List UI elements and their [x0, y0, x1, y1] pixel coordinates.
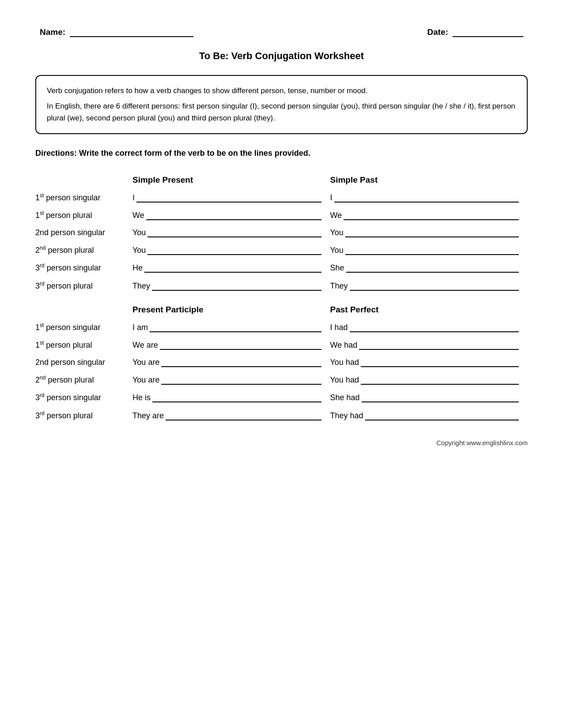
fill-cell: You — [330, 245, 528, 255]
section1-col2-header: Simple Past — [330, 173, 528, 188]
fill-line[interactable] — [350, 281, 519, 291]
directions: Directions: Write the correct form of th… — [35, 147, 528, 159]
table-row: 2nd person singular You You — [35, 227, 528, 238]
section1-empty-col — [35, 173, 132, 188]
fill-cell: You — [132, 228, 330, 237]
table-row: 1st person plural We are We had — [35, 339, 528, 351]
fill-cell: They — [132, 281, 330, 291]
directions-end: on the lines provided. — [226, 149, 310, 158]
person-label: 3rd person singular — [35, 392, 132, 403]
table-row: 3rd person plural They are They had — [35, 410, 528, 421]
fill-cell: We — [330, 210, 528, 220]
table-row: 3rd person plural They They — [35, 280, 528, 292]
fill-line[interactable] — [361, 357, 519, 367]
name-input-line[interactable] — [70, 26, 193, 37]
date-input-line[interactable] — [453, 26, 523, 37]
fill-cell: We — [132, 210, 330, 220]
fill-cell: We had — [330, 340, 528, 350]
fill-line[interactable] — [344, 210, 519, 220]
person-label: 2nd person plural — [35, 244, 132, 256]
fill-cell: You are — [132, 375, 330, 385]
fill-line[interactable] — [150, 323, 321, 332]
fill-line[interactable] — [365, 411, 519, 420]
fill-cell: You — [330, 228, 528, 237]
fill-cell: We are — [132, 340, 330, 350]
table-row: 2nd person plural You You — [35, 244, 528, 256]
page-title: To Be: Verb Conjugation Worksheet — [35, 50, 528, 62]
name-field: Name: — [40, 26, 193, 37]
person-label: 3rd person singular — [35, 262, 132, 274]
fill-cell: You are — [132, 357, 330, 367]
table-row: 3rd person singular He She — [35, 262, 528, 274]
fill-line[interactable] — [345, 245, 519, 255]
info-box: Verb conjugation refers to how a verb ch… — [35, 75, 528, 134]
section2-empty-col — [35, 302, 132, 317]
fill-line[interactable] — [147, 245, 321, 255]
fill-line[interactable] — [359, 340, 519, 350]
table-row: 1st person singular I am I had — [35, 322, 528, 333]
person-label: 3rd person plural — [35, 280, 132, 292]
fill-line[interactable] — [144, 263, 321, 273]
fill-cell: You — [132, 245, 330, 255]
fill-line[interactable] — [362, 393, 519, 402]
fill-cell: She — [330, 263, 528, 273]
table-row: 3rd person singular He is She had — [35, 392, 528, 403]
fill-cell: I — [132, 193, 330, 203]
fill-cell: I — [330, 193, 528, 203]
section2-col2-header: Past Perfect — [330, 302, 528, 317]
fill-cell: I am — [132, 323, 330, 332]
info-line1: Verb conjugation refers to how a verb ch… — [47, 85, 516, 97]
fill-line[interactable] — [160, 340, 321, 350]
table-row: 1st person plural We We — [35, 210, 528, 221]
fill-line[interactable] — [166, 411, 321, 420]
person-label: 1st person singular — [35, 322, 132, 333]
person-label: 1st person plural — [35, 210, 132, 221]
fill-line[interactable] — [350, 323, 519, 332]
person-label: 1st person plural — [35, 339, 132, 351]
person-label: 2nd person singular — [35, 227, 132, 238]
table-row: 1st person singular I I — [35, 192, 528, 203]
section1-col1-header: Simple Present — [132, 173, 330, 188]
fill-line[interactable] — [346, 263, 519, 273]
date-label: Date: — [427, 27, 448, 37]
fill-cell: He is — [132, 393, 330, 402]
table-row: 2nd person plural You are You had — [35, 374, 528, 386]
fill-line[interactable] — [161, 357, 321, 367]
fill-line[interactable] — [345, 228, 519, 237]
fill-cell: She had — [330, 393, 528, 402]
section2-headers: Present Participle Past Perfect — [35, 302, 528, 317]
fill-line[interactable] — [146, 210, 321, 220]
fill-cell: You had — [330, 357, 528, 367]
fill-cell: I had — [330, 323, 528, 332]
copyright: Copyright www.englishlinx.com — [35, 439, 528, 447]
table-row: 2nd person singular You are You had — [35, 357, 528, 368]
fill-cell: They — [330, 281, 528, 291]
section2-table: Present Participle Past Perfect 1st pers… — [35, 302, 528, 421]
person-label: 1st person singular — [35, 192, 132, 203]
fill-line[interactable] — [152, 393, 321, 402]
header: Name: Date: — [35, 26, 528, 37]
fill-line[interactable] — [161, 375, 321, 385]
fill-cell: He — [132, 263, 330, 273]
person-label: 2nd person plural — [35, 374, 132, 386]
name-label: Name: — [40, 27, 65, 37]
fill-cell: They had — [330, 411, 528, 420]
person-label: 3rd person plural — [35, 410, 132, 421]
fill-line[interactable] — [147, 228, 321, 237]
fill-line[interactable] — [152, 281, 321, 291]
section1-table: Simple Present Simple Past 1st person si… — [35, 173, 528, 292]
section1-headers: Simple Present Simple Past — [35, 173, 528, 188]
directions-text: Directions: Write the correct form of th… — [35, 149, 207, 158]
person-label: 2nd person singular — [35, 357, 132, 368]
date-field: Date: — [427, 26, 523, 37]
directions-bold: to be — [207, 149, 226, 158]
fill-cell: They are — [132, 411, 330, 420]
section2-col1-header: Present Participle — [132, 302, 330, 317]
fill-line[interactable] — [136, 193, 321, 203]
fill-line[interactable] — [361, 375, 519, 385]
fill-line[interactable] — [334, 193, 519, 203]
fill-cell: You had — [330, 375, 528, 385]
info-line2: In English, there are 6 different person… — [47, 100, 516, 124]
